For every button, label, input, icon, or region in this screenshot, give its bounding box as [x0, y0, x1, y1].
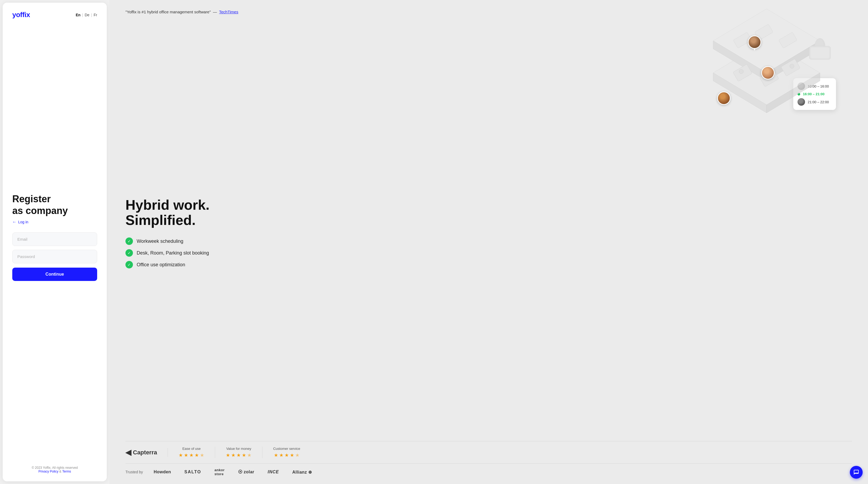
rating-ease-of-use: Ease of use ★ ★ ★ ★ ★: [168, 447, 215, 458]
rating-label-2: Value for money: [226, 447, 251, 451]
rating-customer-service: Customer service ★ ★ ★ ★ ★: [262, 447, 311, 458]
chat-bubble-button[interactable]: [850, 466, 863, 479]
left-panel: yoffix En | De | Fr Register as company …: [3, 3, 107, 481]
stars-3: ★ ★ ★ ★ ★: [274, 452, 300, 458]
check-icon-1: ✓: [125, 237, 133, 245]
capterra-label: Capterra: [133, 449, 157, 456]
feature-item-1: ✓ Workweek scheduling: [125, 237, 238, 245]
svg-point-14: [790, 64, 794, 68]
stars-2: ★ ★ ★ ★ ★: [226, 452, 251, 458]
copyright-text: © 2023 Yoffix. All rights reserved: [12, 466, 97, 470]
chat-icon: [853, 469, 859, 475]
feature-label-1: Workweek scheduling: [137, 238, 183, 244]
privacy-policy-link[interactable]: Privacy Policy: [38, 470, 58, 473]
hero-section: Hybrid work. Simplified. ✓ Workweek sche…: [125, 25, 852, 441]
svg-rect-19: [811, 47, 829, 58]
check-icon-2: ✓: [125, 249, 133, 257]
register-heading: Register as company: [12, 193, 68, 216]
trusted-label: Trusted by: [125, 470, 143, 474]
left-content: Register as company ← Log in Continue: [12, 8, 97, 466]
brand-zolar: ⦿ zolar: [238, 470, 254, 474]
capterra-logo: ◀ Capterra: [125, 448, 157, 457]
brand-ince: INCE: [268, 470, 279, 474]
quote-text: "Yoffix is #1 hybrid office management s…: [125, 10, 211, 14]
arrow-left-icon: ←: [12, 220, 17, 224]
bottom-bar: ◀ Capterra Ease of use ★ ★ ★ ★ ★ Value f…: [125, 441, 852, 476]
quote-source-link[interactable]: TechTimes: [219, 10, 238, 14]
continue-button[interactable]: Continue: [12, 268, 97, 281]
rating-label-1: Ease of use: [182, 447, 201, 451]
capterra-row: ◀ Capterra Ease of use ★ ★ ★ ★ ★ Value f…: [125, 441, 852, 458]
feature-label-2: Desk, Room, Parking slot booking: [137, 250, 209, 256]
capterra-icon: ◀: [125, 448, 131, 457]
rating-value-for-money: Value for money ★ ★ ★ ★ ★: [215, 447, 262, 458]
brand-logos: Howden SALTO ankorstore ⦿ zolar INCE All…: [154, 468, 312, 476]
login-link-row[interactable]: ← Log in: [12, 220, 97, 224]
avatar-2: [761, 66, 775, 79]
feature-label-3: Office use optimization: [137, 262, 185, 268]
feature-item-3: ✓ Office use optimization: [125, 261, 238, 268]
left-footer: © 2023 Yoffix. All rights reserved Priva…: [12, 466, 97, 473]
hero-title: Hybrid work. Simplified.: [125, 197, 238, 228]
rating-label-3: Customer service: [273, 447, 300, 451]
login-link[interactable]: Log in: [18, 220, 28, 224]
registration-form: [12, 232, 97, 263]
brand-howden: Howden: [154, 470, 171, 474]
right-panel: "Yoffix is #1 hybrid office management s…: [110, 0, 868, 484]
trusted-row: Trusted by Howden SALTO ankorstore ⦿ zol…: [125, 463, 852, 476]
password-field[interactable]: [12, 250, 97, 263]
stars-1: ★ ★ ★ ★ ★: [179, 452, 204, 458]
brand-allianz: Allianz ⊕: [292, 470, 312, 475]
avatar-3: [717, 92, 731, 105]
footer-links: Privacy Policy & Terms: [12, 470, 97, 473]
check-icon-3: ✓: [125, 261, 133, 268]
svg-point-12: [739, 69, 743, 74]
capterra-section: ◀ Capterra: [125, 448, 168, 457]
terms-link[interactable]: Terms: [62, 470, 71, 473]
brand-ankorstore: ankorstore: [215, 468, 225, 476]
brand-salto: SALTO: [184, 470, 201, 474]
feature-list: ✓ Workweek scheduling ✓ Desk, Room, Park…: [125, 237, 238, 268]
hero-left: Hybrid work. Simplified. ✓ Workweek sche…: [125, 25, 238, 441]
feature-item-2: ✓ Desk, Room, Parking slot booking: [125, 249, 238, 257]
hero-illustration: 10:00 – 16:00 16:00 – 21:00 21:00 – 22:0…: [238, 25, 852, 441]
email-field[interactable]: [12, 232, 97, 246]
avatar-1: [748, 35, 761, 51]
